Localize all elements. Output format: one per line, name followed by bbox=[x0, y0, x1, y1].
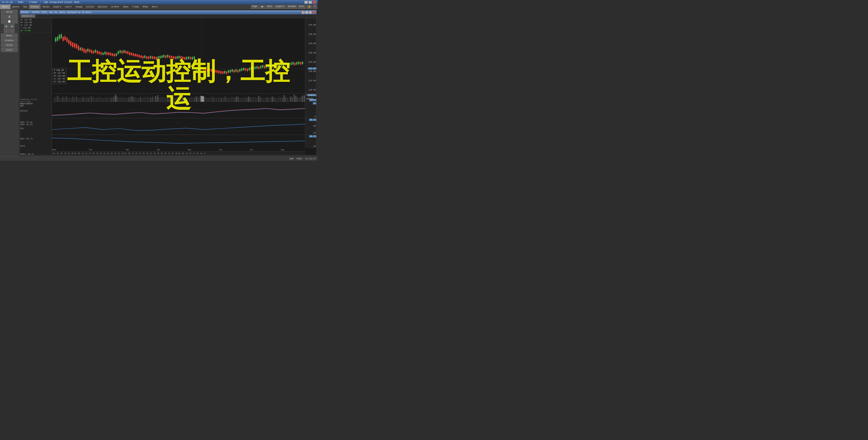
svg-rect-292 bbox=[64, 98, 65, 102]
svg-rect-198 bbox=[220, 71, 221, 73]
svg-rect-76 bbox=[104, 52, 105, 55]
chart-area[interactable]: KCEZ20 - Coffee (ICE), Dec 20, Daily (De… bbox=[19, 9, 318, 156]
menu-supsrv[interactable]: SupSrv bbox=[51, 4, 63, 9]
svg-rect-364 bbox=[181, 97, 182, 102]
svg-rect-254 bbox=[274, 65, 275, 67]
svg-rect-311 bbox=[96, 98, 97, 102]
month-2020: 2020 bbox=[52, 149, 56, 151]
time-axis: |25 02 09 16 23 30 02 06 13 21 27 03 10 … bbox=[52, 151, 305, 155]
svg-rect-184 bbox=[207, 69, 208, 71]
svg-rect-260 bbox=[279, 65, 280, 67]
studies-button[interactable]: Studies bbox=[1, 38, 18, 42]
support-button[interactable]: Support bbox=[274, 5, 286, 9]
menu-mscan[interactable]: MScan bbox=[41, 4, 51, 9]
svg-rect-297 bbox=[72, 97, 73, 102]
close-button[interactable]: ✕ bbox=[313, 1, 316, 4]
svg-rect-306 bbox=[88, 98, 89, 102]
nav-button[interactable]: ◀▶ bbox=[259, 5, 265, 9]
clipboard-button[interactable]: 📋 bbox=[1, 20, 18, 24]
chart-tabs: KCEZ20.D ▼ bbox=[20, 14, 316, 18]
svg-rect-78 bbox=[106, 52, 107, 55]
svg-rect-358 bbox=[170, 97, 172, 102]
menu-snapq[interactable]: SnapQ bbox=[74, 4, 84, 9]
menu-options[interactable]: Options bbox=[96, 4, 109, 9]
svg-rect-208 bbox=[230, 70, 231, 72]
exit-button[interactable]: Exit bbox=[298, 5, 306, 9]
setup-button[interactable]: Setup bbox=[1, 10, 18, 14]
svg-rect-392 bbox=[228, 98, 229, 102]
remove2-button[interactable]: ✕ bbox=[9, 29, 14, 33]
svg-rect-371 bbox=[192, 97, 193, 102]
grid2-button[interactable]: ▦ bbox=[9, 24, 14, 28]
maximize-button[interactable]: □ bbox=[309, 1, 312, 4]
price-label-highlight: 121.05 bbox=[308, 67, 316, 70]
svg-rect-295 bbox=[69, 98, 70, 102]
svg-rect-58 bbox=[87, 49, 89, 52]
menu-allcon[interactable]: AllCon bbox=[84, 4, 96, 9]
resel-button[interactable]: ReSel bbox=[1, 34, 18, 38]
chart-min-button[interactable]: ─ bbox=[305, 11, 308, 14]
save-button[interactable]: Save bbox=[266, 5, 274, 9]
svg-rect-396 bbox=[235, 98, 236, 102]
menu-news[interactable]: News bbox=[121, 4, 130, 9]
minimize-button[interactable]: ─ bbox=[305, 1, 308, 4]
sstoch-label: SStoch bbox=[20, 110, 28, 112]
svg-rect-182 bbox=[205, 69, 206, 71]
svg-rect-86 bbox=[114, 54, 115, 56]
chart-tab-kcez20[interactable]: KCEZ20.D ▼ bbox=[21, 14, 35, 18]
svg-rect-310 bbox=[94, 98, 95, 102]
menu-alert[interactable]: Alert bbox=[63, 4, 74, 9]
svg-rect-383 bbox=[213, 97, 214, 102]
svg-rect-170 bbox=[194, 57, 195, 59]
hvol-svg bbox=[52, 135, 305, 148]
svg-rect-152 bbox=[177, 56, 178, 59]
svg-rect-188 bbox=[211, 69, 212, 71]
menu-ts[interactable]: T&S bbox=[21, 4, 29, 9]
svg-rect-333 bbox=[128, 97, 129, 102]
svg-rect-202 bbox=[224, 71, 225, 73]
menu-more[interactable]: More bbox=[150, 4, 159, 9]
menu-chart[interactable]: Chart bbox=[0, 4, 10, 9]
window-button[interactable]: Window bbox=[287, 5, 297, 9]
svg-rect-399 bbox=[240, 98, 241, 102]
lock-button[interactable]: 🔒 bbox=[307, 5, 312, 9]
main-layout: Setup 🖨 📋 ▦ ▦ ✕ ✕ ReSel Studies <IntD> <… bbox=[0, 9, 318, 156]
svg-rect-301 bbox=[79, 98, 80, 102]
page-button[interactable]: Page bbox=[251, 5, 259, 9]
list-button[interactable]: <list> bbox=[1, 48, 18, 52]
svg-rect-100 bbox=[127, 51, 128, 54]
menu-status[interactable]: Status bbox=[29, 4, 41, 9]
help-button[interactable]: ? bbox=[313, 5, 317, 9]
svg-rect-268 bbox=[287, 64, 288, 66]
svg-rect-394 bbox=[231, 97, 232, 102]
rsi-svg bbox=[52, 118, 305, 135]
chart-pin-button[interactable]: 📌 bbox=[302, 11, 305, 14]
vol-mid-label: 200000 bbox=[306, 98, 313, 100]
menu-ordtkt[interactable]: OrdTkt bbox=[109, 4, 121, 9]
menu-quote[interactable]: Quote bbox=[10, 4, 21, 9]
svg-rect-272 bbox=[290, 62, 292, 65]
svg-rect-40 bbox=[70, 41, 71, 46]
price-label-130: 130.00 bbox=[308, 52, 316, 54]
menu-trade[interactable]: Trade bbox=[130, 4, 141, 9]
grid1-button[interactable]: ▦ bbox=[4, 24, 9, 28]
svg-rect-50 bbox=[80, 48, 81, 50]
svg-rect-433 bbox=[297, 97, 298, 102]
status-pid: P002 bbox=[297, 158, 302, 160]
svg-rect-425 bbox=[284, 95, 285, 102]
chart-close-button[interactable]: ✕ bbox=[312, 11, 315, 14]
menu-rfqs[interactable]: RFQs bbox=[141, 4, 150, 9]
hvol-axis: 50 35.71 25 bbox=[305, 135, 316, 148]
svg-rect-325 bbox=[115, 96, 116, 102]
svg-rect-220 bbox=[241, 68, 242, 71]
intd-button[interactable]: <IntD> bbox=[1, 43, 18, 47]
svg-rect-210 bbox=[231, 69, 233, 72]
main-chart-canvas[interactable] bbox=[52, 18, 305, 93]
chart-max-button[interactable]: □ bbox=[309, 11, 312, 14]
svg-rect-278 bbox=[296, 62, 298, 65]
print-button[interactable]: 🖨 bbox=[1, 14, 18, 19]
svg-rect-106 bbox=[133, 54, 134, 56]
rsi-axis: 75 50 25 65.71 bbox=[305, 118, 316, 135]
remove1-button[interactable]: ✕ bbox=[4, 29, 9, 33]
svg-rect-144 bbox=[169, 56, 170, 58]
